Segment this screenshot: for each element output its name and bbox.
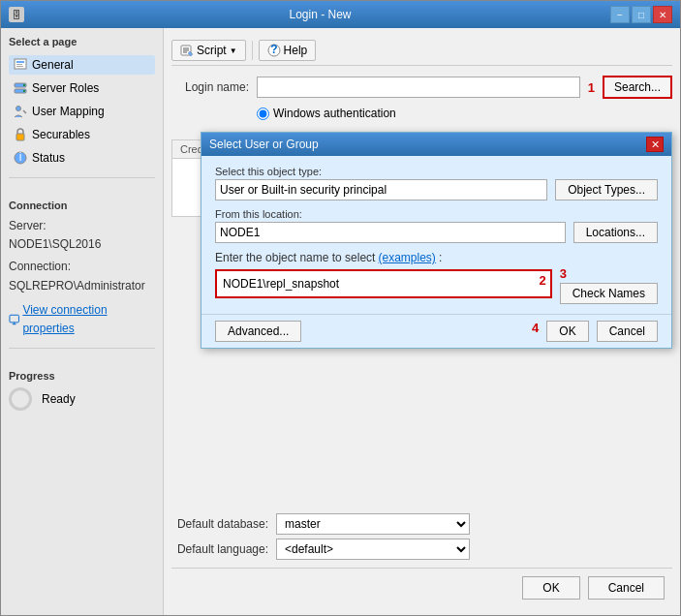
sidebar-label-general: General — [32, 58, 74, 72]
svg-rect-13 — [10, 315, 18, 323]
title-bar: 🗄 Login - New − □ ✕ — [1, 1, 680, 28]
user-mapping-icon — [13, 104, 28, 119]
object-name-input[interactable] — [223, 277, 544, 291]
general-icon — [13, 57, 28, 73]
connection-info: Server: NODE1\SQL2016 Connection: SQLREP… — [9, 217, 155, 338]
svg-text:?: ? — [270, 44, 277, 56]
svg-point-8 — [16, 107, 21, 111]
content-area: Script ▼ ? Help Login name: 1 Search... — [164, 28, 680, 615]
modal-body: Select this object type: Object Types...… — [201, 156, 671, 314]
login-name-input[interactable] — [257, 77, 580, 98]
toolbar-separator — [252, 41, 253, 60]
object-name-row: 2 3 Check Names — [215, 266, 658, 304]
object-name-section: Enter the object name to select (example… — [215, 251, 658, 304]
sidebar-label-status: Status — [32, 151, 65, 165]
object-type-section: Select this object type: Object Types... — [215, 166, 658, 200]
object-type-input[interactable] — [215, 179, 547, 200]
location-row: Locations... — [215, 222, 658, 243]
script-button[interactable]: Script ▼ — [171, 40, 246, 61]
examples-link[interactable]: (examples) — [379, 251, 436, 264]
cancel-button[interactable]: Cancel — [588, 576, 665, 600]
sidebar-label-securables: Securables — [32, 128, 90, 141]
sidebar-title: Select a page — [9, 36, 155, 47]
sidebar-item-server-roles[interactable]: Server Roles — [9, 78, 155, 98]
main-layout: Select a page General Server Roles User … — [1, 28, 680, 615]
default-language-row: Default language: <default> — [171, 539, 672, 560]
default-language-select[interactable]: <default> — [276, 539, 470, 560]
object-name-label: Enter the object name to select (example… — [215, 251, 658, 264]
sidebar-item-status[interactable]: i Status — [9, 148, 155, 168]
svg-line-9 — [23, 110, 26, 113]
svg-point-7 — [23, 90, 25, 92]
connection-label: Connection: — [9, 258, 155, 276]
select-user-dialog: Select User or Group ✕ Select this objec… — [201, 132, 672, 349]
progress-title: Progress — [9, 370, 155, 382]
server-roles-icon — [13, 80, 28, 96]
search-button[interactable]: Search... — [603, 76, 672, 99]
modal-ok-button[interactable]: OK — [546, 321, 588, 342]
check-names-button[interactable]: Check Names — [560, 283, 658, 304]
modal-close-button[interactable]: ✕ — [646, 137, 664, 152]
maximize-button[interactable]: □ — [632, 6, 651, 23]
svg-rect-2 — [16, 64, 22, 65]
object-name-area: 2 — [215, 269, 552, 298]
modal-cancel-button[interactable]: Cancel — [597, 321, 658, 342]
dialog-footer: OK Cancel — [171, 568, 672, 607]
ok-button[interactable]: OK — [522, 576, 579, 600]
window-title: Login - New — [30, 8, 610, 21]
sidebar-label-server-roles: Server Roles — [32, 81, 99, 95]
default-database-select[interactable]: master — [276, 513, 470, 535]
main-window: 🗄 Login - New − □ ✕ Select a page Genera… — [0, 0, 681, 616]
title-bar-buttons: − □ ✕ — [610, 6, 672, 23]
location-section: From this location: Locations... — [215, 208, 658, 243]
location-input[interactable] — [215, 222, 566, 243]
modal-title: Select User or Group — [209, 138, 319, 151]
script-label: Script — [197, 44, 227, 57]
connection-value: SQLREPRO\Administrator — [9, 277, 155, 295]
badge-3: 3 — [560, 266, 567, 281]
windows-auth-label: Windows authentication — [273, 107, 396, 120]
modal-footer: Advanced... 4 OK Cancel — [201, 314, 671, 348]
progress-section: Progress Ready — [9, 370, 155, 411]
badge-1: 1 — [588, 80, 595, 95]
svg-rect-1 — [16, 61, 24, 63]
object-type-row: Object Types... — [215, 179, 658, 200]
view-connection-link[interactable]: View connection properties — [9, 301, 155, 338]
minimize-button[interactable]: − — [610, 6, 630, 23]
connection-section: Connection Server: NODE1\SQL2016 Connect… — [9, 200, 155, 338]
object-type-label: Select this object type: — [215, 166, 658, 177]
object-types-button[interactable]: Object Types... — [555, 179, 658, 200]
server-label: Server: — [9, 217, 155, 235]
windows-auth-radio[interactable] — [257, 108, 269, 120]
progress-spinner — [9, 387, 32, 411]
sidebar-item-user-mapping[interactable]: User Mapping — [9, 102, 155, 121]
login-name-label: Login name: — [171, 80, 249, 94]
help-button[interactable]: ? Help — [259, 40, 317, 61]
progress-status: Ready — [42, 392, 76, 406]
server-value: NODE1\SQL2016 — [9, 235, 155, 254]
sidebar-item-securables[interactable]: Securables — [9, 125, 155, 144]
connection-title: Connection — [9, 200, 155, 211]
default-database-row: Default database: master — [171, 513, 672, 535]
advanced-button[interactable]: Advanced... — [215, 321, 301, 342]
svg-rect-3 — [16, 66, 23, 67]
locations-button[interactable]: Locations... — [573, 222, 658, 243]
sidebar-divider-2 — [9, 348, 155, 349]
windows-auth-row: Windows authentication — [257, 107, 672, 120]
svg-text:i: i — [19, 151, 22, 164]
script-dropdown-icon[interactable]: ▼ — [230, 46, 237, 55]
default-language-label: Default language: — [171, 542, 268, 556]
svg-rect-10 — [16, 134, 24, 140]
badge-2: 2 — [539, 273, 545, 288]
badge-4: 4 — [532, 321, 539, 342]
default-database-label: Default database: — [171, 517, 268, 531]
toolbar: Script ▼ ? Help — [171, 36, 672, 66]
sidebar-item-general[interactable]: General — [9, 55, 155, 75]
sidebar-divider-1 — [9, 177, 155, 178]
close-button[interactable]: ✕ — [653, 6, 672, 23]
login-name-row: Login name: 1 Search... — [171, 76, 672, 99]
help-label: Help — [284, 44, 308, 57]
modal-title-bar: Select User or Group ✕ — [201, 133, 671, 156]
sidebar: Select a page General Server Roles User … — [1, 28, 164, 615]
svg-point-6 — [23, 84, 25, 86]
